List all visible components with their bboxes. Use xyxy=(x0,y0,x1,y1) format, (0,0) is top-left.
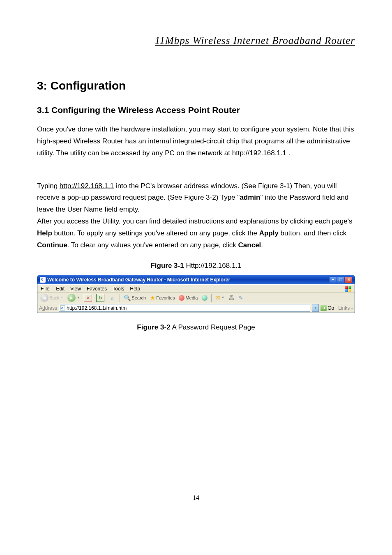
para2-post: . xyxy=(261,241,263,249)
print-button[interactable]: 🖶 xyxy=(227,294,235,302)
close-button[interactable]: ✕ xyxy=(345,277,352,283)
links-label[interactable]: Links » xyxy=(338,306,353,311)
home-button[interactable]: ⌂ xyxy=(107,294,117,302)
mail-button[interactable]: ✉▼ xyxy=(214,294,226,302)
bold-help: Help xyxy=(37,229,52,237)
url-link-1: http://192.168.1.1 xyxy=(232,149,286,157)
edit-button[interactable]: ✎ xyxy=(237,294,244,302)
figure-2-caption: Figure 3-2 A Password Request Page xyxy=(37,322,355,333)
para2-mid3: button. To apply any settings you've alt… xyxy=(52,229,259,237)
media-label: Media xyxy=(185,296,198,300)
favorites-label: Favorites xyxy=(156,296,175,300)
figure-1-text: Http://192.168.1.1 xyxy=(184,262,242,269)
page-number: 14 xyxy=(37,493,355,503)
ie-addressbar: Address e http://192.168.1.1/main.htm ▼ … xyxy=(37,303,355,313)
address-field[interactable]: e http://192.168.1.1/main.htm xyxy=(59,304,310,312)
heading-1: 3: Configuration xyxy=(37,77,355,94)
search-label: Search xyxy=(131,296,146,300)
menu-help[interactable]: Help xyxy=(129,286,141,292)
media-button[interactable]: Media xyxy=(178,294,199,302)
ie-titlebar: Welcome to Wireless Broadband Gateway Ro… xyxy=(37,275,355,284)
url-link-2: http://192.168.1.1 xyxy=(60,182,114,190)
figure-1-label: Figure 3-1 xyxy=(150,262,184,269)
para2-mid4: button, and then click xyxy=(279,229,346,237)
favorites-button[interactable]: ★Favorites xyxy=(149,294,176,302)
ie-title-text: Welcome to Wireless Broadband Gateway Ro… xyxy=(47,277,230,282)
para2-mid5: . To clear any values you've entered on … xyxy=(67,241,238,249)
forward-button[interactable]: ► ▼ xyxy=(66,294,81,302)
ie-window-buttons: – □ ✕ xyxy=(330,277,352,283)
paragraph-1: Once you've done with the hardware insta… xyxy=(37,124,355,159)
figure-2-text: A Password Request Page xyxy=(171,323,255,331)
svg-text:e: e xyxy=(61,306,63,310)
refresh-button[interactable]: ↻ xyxy=(95,294,106,302)
back-button[interactable]: ◄ Back ▼ xyxy=(39,294,65,302)
figure-1-caption: Figure 3-1 Http://192.168.1.1 xyxy=(37,260,355,271)
maximize-button[interactable]: □ xyxy=(337,277,344,283)
bold-cancel: Cancel xyxy=(238,241,261,249)
figure-2-label: Figure 3-2 xyxy=(137,323,170,331)
paragraph-2: Typing http://192.168.1.1 into the PC's … xyxy=(37,168,355,251)
bold-continue: Continue xyxy=(37,241,67,249)
menu-favorites[interactable]: Favorites xyxy=(86,286,108,292)
ie-toolbar: ◄ Back ▼ ► ▼ ✕ ↻ ⌂ 🔍Search ★Favorites Me… xyxy=(37,292,355,303)
menu-view[interactable]: View xyxy=(69,286,82,292)
back-label: Back xyxy=(49,296,59,300)
address-label: Address xyxy=(39,306,57,311)
heading-2: 3.1 Configuring the Wireless Access Poin… xyxy=(37,104,355,117)
document-header: 11Mbps Wireless Internet Broadband Route… xyxy=(37,33,355,48)
bold-apply: Apply xyxy=(259,229,279,237)
search-button[interactable]: 🔍Search xyxy=(122,294,147,302)
minimize-button[interactable]: – xyxy=(330,277,337,283)
ie-window: Welcome to Wireless Broadband Gateway Ro… xyxy=(37,275,355,313)
go-button[interactable]: ➔ Go xyxy=(321,305,334,311)
stop-button[interactable]: ✕ xyxy=(83,294,93,302)
menu-tools[interactable]: Tools xyxy=(112,286,125,292)
para2-pre: Typing xyxy=(37,182,60,190)
menu-edit[interactable]: Edit xyxy=(55,286,65,292)
go-label: Go xyxy=(327,306,334,311)
ie-page-icon: e xyxy=(60,305,65,311)
history-button[interactable] xyxy=(201,294,209,302)
bold-admin: admin xyxy=(240,193,260,201)
para1-text: Once you've done with the hardware insta… xyxy=(37,125,354,157)
menu-file[interactable]: File xyxy=(40,286,51,292)
para1-post: . xyxy=(286,149,290,157)
windows-logo-icon xyxy=(345,286,352,292)
ie-app-icon xyxy=(40,277,46,283)
toolbar-divider-2 xyxy=(211,294,212,302)
toolbar-divider xyxy=(120,294,120,302)
address-dropdown[interactable]: ▼ xyxy=(312,304,319,312)
address-input[interactable]: http://192.168.1.1/main.htm xyxy=(67,306,309,311)
ie-menubar: File Edit View Favorites Tools Help xyxy=(37,284,355,292)
